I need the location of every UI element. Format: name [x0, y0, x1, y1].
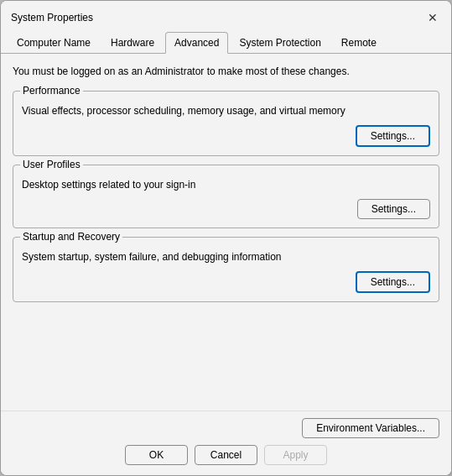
tab-remote[interactable]: Remote	[332, 32, 386, 54]
user-profiles-settings-button[interactable]: Settings...	[357, 199, 430, 219]
title-bar: System Properties ✕	[1, 1, 451, 31]
environment-variables-row: Environment Variables...	[13, 418, 439, 438]
user-profiles-section: User Profiles Desktop settings related t…	[13, 165, 439, 228]
startup-recovery-description: System startup, system failure, and debu…	[22, 248, 430, 266]
startup-recovery-section: Startup and Recovery System startup, sys…	[13, 237, 439, 302]
performance-section-label: Performance	[20, 85, 83, 97]
startup-recovery-section-label: Startup and Recovery	[20, 231, 122, 243]
performance-btn-row: Settings...	[22, 125, 430, 147]
performance-settings-button[interactable]: Settings...	[356, 125, 430, 147]
user-profiles-section-label: User Profiles	[20, 159, 83, 170]
admin-notice: You must be logged on as an Administrato…	[13, 64, 439, 82]
system-properties-window: System Properties ✕ Computer Name Hardwa…	[0, 0, 452, 476]
environment-variables-button[interactable]: Environment Variables...	[302, 418, 439, 438]
bottom-bar: Environment Variables... OK Cancel Apply	[1, 411, 451, 475]
action-buttons-row: OK Cancel Apply	[13, 445, 439, 465]
user-profiles-description: Desktop settings related to your sign-in	[22, 175, 430, 194]
startup-recovery-btn-row: Settings...	[22, 271, 430, 293]
main-content: You must be logged on as an Administrato…	[1, 54, 451, 411]
apply-button[interactable]: Apply	[264, 445, 327, 465]
tab-hardware[interactable]: Hardware	[101, 32, 164, 54]
close-button[interactable]: ✕	[424, 9, 441, 26]
startup-recovery-settings-button[interactable]: Settings...	[356, 271, 430, 293]
performance-description: Visual effects, processor scheduling, me…	[22, 102, 430, 120]
ok-button[interactable]: OK	[125, 445, 188, 465]
window-title: System Properties	[11, 12, 93, 24]
user-profiles-btn-row: Settings...	[22, 199, 430, 219]
tab-system-protection[interactable]: System Protection	[230, 32, 330, 54]
performance-section: Performance Visual effects, processor sc…	[13, 91, 439, 156]
close-icon: ✕	[428, 11, 438, 24]
tab-computer-name[interactable]: Computer Name	[8, 32, 100, 54]
tab-advanced[interactable]: Advanced	[165, 32, 228, 54]
tab-bar: Computer Name Hardware Advanced System P…	[1, 31, 451, 54]
cancel-button[interactable]: Cancel	[195, 445, 257, 465]
